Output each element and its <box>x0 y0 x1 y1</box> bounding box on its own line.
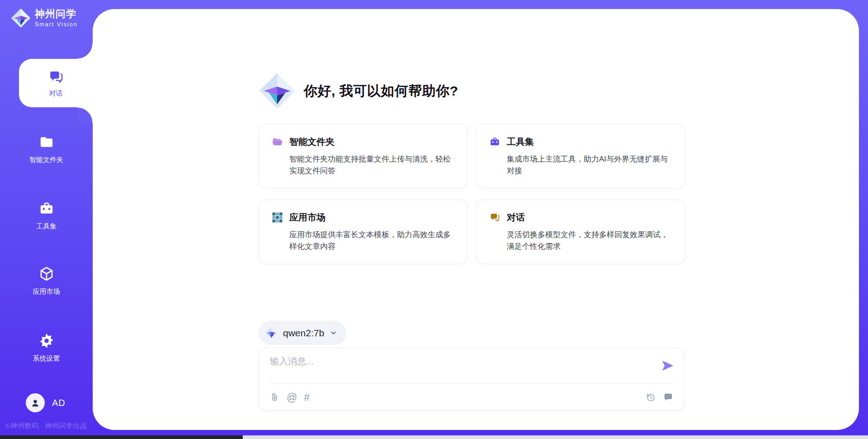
card-description: 应用市场提供丰富长文本模板，助力高效生成多样化文章内容 <box>289 229 455 252</box>
card-title: 智能文件夹 <box>289 136 335 148</box>
folder-icon <box>38 134 55 150</box>
message-input[interactable] <box>270 355 654 380</box>
greeting-title: 你好, 我可以如何帮助你? <box>304 82 458 100</box>
tab-fillet-top <box>77 43 93 59</box>
model-selector[interactable]: qwen2:7b <box>259 321 346 345</box>
brand: 神州问学 Smart Vision <box>11 8 78 28</box>
card-toolset[interactable]: 工具集 集成市场上主流工具，助力AI与外界无缝扩展与对接 <box>476 124 685 189</box>
gear-icon <box>38 333 55 349</box>
message-composer: @ # <box>259 348 684 410</box>
folder-open-icon <box>272 136 283 148</box>
card-smart-folder[interactable]: 智能文件夹 智能文件夹功能支持批量文件上传与清洗，轻松实现文件问答 <box>259 124 468 189</box>
card-app-market[interactable]: 应用市场 应用市场提供丰富长文本模板，助力高效生成多样化文章内容 <box>259 200 468 264</box>
briefcase-icon <box>489 136 500 148</box>
card-description: 集成市场上主流工具，助力AI与外界无缝扩展与对接 <box>507 153 672 177</box>
grid-icon <box>272 212 283 223</box>
card-title: 应用市场 <box>289 211 326 224</box>
history-icon[interactable] <box>645 392 656 403</box>
chat-bubbles-icon <box>489 212 500 223</box>
brand-diamond-logo-icon <box>11 8 31 28</box>
sidebar-item-settings[interactable]: 系统设置 <box>0 333 93 363</box>
brand-subtitle: Smart Vision <box>35 21 78 28</box>
brand-name: 神州问学 <box>35 9 78 19</box>
composer-toolbar: @ # <box>259 384 684 411</box>
hashtag-icon[interactable]: # <box>304 392 310 403</box>
horizontal-scrollbar[interactable] <box>0 435 868 439</box>
sidebar-item-label: 智能文件夹 <box>29 156 63 164</box>
sidebar-item-label: 系统设置 <box>33 354 60 363</box>
card-chat[interactable]: 对话 灵活切换多模型文件，支持多样回复效果调试，满足个性化需求 <box>476 200 685 264</box>
mention-icon[interactable]: @ <box>287 392 297 403</box>
card-description: 智能文件夹功能支持批量文件上传与清洗，轻松实现文件问答 <box>289 153 455 177</box>
comment-icon[interactable] <box>663 392 674 403</box>
sidebar-item-label: 工具集 <box>36 222 57 231</box>
sidebar-item-toolset[interactable]: 工具集 <box>0 200 93 231</box>
user-name: AD <box>52 398 66 408</box>
scrollbar-thumb[interactable] <box>0 435 243 439</box>
avatar <box>26 393 45 412</box>
sidebar-item-market[interactable]: 应用市场 <box>0 266 93 296</box>
send-icon[interactable] <box>661 359 675 372</box>
model-name: qwen2:7b <box>283 328 324 339</box>
card-title: 工具集 <box>507 136 534 148</box>
sidebar-item-label: 对话 <box>49 89 63 98</box>
person-icon <box>29 397 41 409</box>
briefcase-icon <box>38 200 55 217</box>
user-profile[interactable]: AD <box>26 393 66 412</box>
cube-icon <box>38 266 55 282</box>
attachment-icon[interactable] <box>269 392 280 403</box>
model-diamond-logo-icon <box>265 327 278 339</box>
chevron-down-icon <box>330 329 337 337</box>
chat-bubbles-icon <box>48 69 64 85</box>
assistant-diamond-logo-icon <box>259 72 296 110</box>
card-description: 灵活切换多模型文件，支持多样回复效果调试，满足个性化需求 <box>507 229 672 252</box>
sidebar-item-label: 应用市场 <box>33 287 60 296</box>
sidebar-item-chat[interactable]: 对话 <box>19 59 93 107</box>
tab-fillet-bottom <box>77 107 93 123</box>
card-title: 对话 <box>507 211 525 224</box>
sidebar: 神州问学 Smart Vision 对话 智能文件夹 工具集 <box>0 0 93 439</box>
feature-cards: 智能文件夹 智能文件夹功能支持批量文件上传与清洗，轻松实现文件问答 工具集 集成… <box>259 124 685 264</box>
greeting: 你好, 我可以如何帮助你? <box>259 72 458 110</box>
copyright-footer: ©神州数码 · 神州问学出品 <box>5 421 87 431</box>
sidebar-item-folder[interactable]: 智能文件夹 <box>0 134 93 164</box>
